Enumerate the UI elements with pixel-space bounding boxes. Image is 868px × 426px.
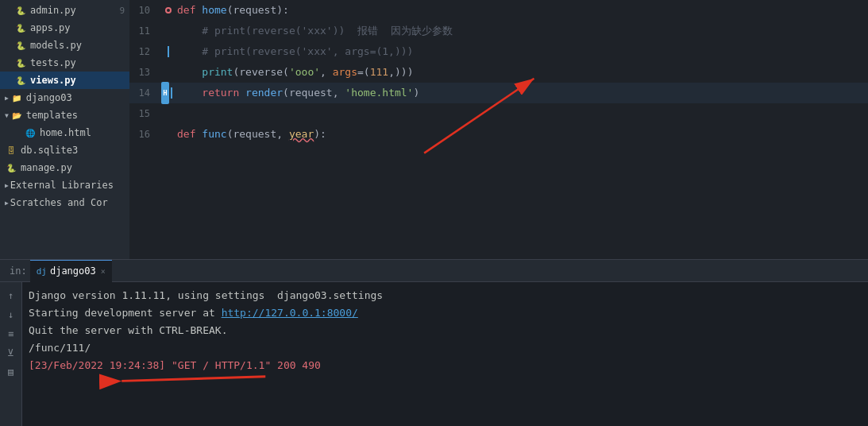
line-number-12: 12 xyxy=(129,41,160,62)
python-file-icon: 🐍 xyxy=(14,21,27,34)
sidebar-item-home-html[interactable]: 🌐 home.html xyxy=(0,124,129,141)
python-file-icon: 🐍 xyxy=(14,74,27,87)
sidebar-item-views-py[interactable]: 🐍 views.py xyxy=(0,72,129,89)
terminal-line-5: [23/Feb/2022 19:24:38] "GET / HTTP/1.1" … xyxy=(29,357,862,374)
gutter-14: H xyxy=(160,82,177,104)
folder-open-icon: 📂 xyxy=(10,109,23,122)
line-number-14: 14 xyxy=(129,83,160,103)
code-line-16: 16 def func(request, year): xyxy=(129,124,868,145)
line-number-15: 15 xyxy=(129,103,160,124)
sidebar-label-home-html: home.html xyxy=(40,127,91,138)
server-url-link[interactable]: http://127.0.0.1:8000/ xyxy=(222,307,358,319)
folder-icon: 📁 xyxy=(10,91,23,104)
terminal-content: Django version 1.11.11, using settings d… xyxy=(22,282,868,426)
sidebar-label-templates: templates xyxy=(26,110,78,121)
line-count: 9 xyxy=(119,6,125,16)
sidebar-item-models-py[interactable]: 🐍 models.py xyxy=(0,37,129,54)
terminal-line-4: /func/111/ xyxy=(29,339,862,357)
scroll-down-button[interactable]: ↓ xyxy=(4,308,18,322)
terminal-controls: ↑ ↓ ≡ ⊻ ▤ xyxy=(0,282,22,426)
scroll-up-button[interactable]: ↑ xyxy=(4,289,18,303)
sidebar-label-manage-py: manage.py xyxy=(21,162,72,173)
gutter-10 xyxy=(160,7,177,14)
code-line-10: 10 def home(request): xyxy=(129,0,868,21)
code-line-14: 14 H return render(request, 'home.html') xyxy=(129,83,868,103)
svg-line-3 xyxy=(122,377,265,381)
line-content-14[interactable]: return render(request, 'home.html') xyxy=(177,83,868,103)
sidebar-item-apps-py[interactable]: 🐍 apps.py xyxy=(0,19,129,37)
html-file-icon: 🌐 xyxy=(24,126,37,139)
sidebar-label-db-sqlite3: db.sqlite3 xyxy=(21,145,78,156)
terminal-tabs: in: dj django03 × xyxy=(0,260,868,282)
code-editor: 10 def home(request): 11 # print(reverse… xyxy=(129,0,868,259)
django-icon: dj xyxy=(37,266,47,277)
line-number-13: 13 xyxy=(129,62,160,83)
line-content-16[interactable]: def func(request, year): xyxy=(177,124,868,145)
terminal-tab-label: django03 xyxy=(50,265,96,277)
menu-button[interactable]: ≡ xyxy=(4,327,18,341)
sidebar-label-apps-py: apps.py xyxy=(30,22,71,33)
sidebar-item-tests-py[interactable]: 🐍 tests.py xyxy=(0,54,129,72)
code-line-12: 12 # print(reverse('xxx', args=(1,))) xyxy=(129,41,868,62)
line-content-15 xyxy=(177,103,868,124)
sidebar-label-external-libraries: External Libraries xyxy=(10,180,114,191)
collapse-arrow-icon: ▶ xyxy=(5,95,9,102)
collapse-arrow-icon: ▶ xyxy=(5,199,9,207)
tab-close-icon[interactable]: × xyxy=(101,267,106,276)
sidebar-label-scratches: Scratches and Cor xyxy=(10,197,108,208)
line-number-10: 10 xyxy=(129,0,160,21)
terminal-line-1: Django version 1.11.11, using settings d… xyxy=(29,287,862,304)
terminal-body: ↑ ↓ ≡ ⊻ ▤ Django version 1.11.11, using … xyxy=(0,282,868,426)
line-number-16: 16 xyxy=(129,124,160,145)
sidebar-label-views-py: views.py xyxy=(30,75,76,86)
sidebar-label-models-py: models.py xyxy=(30,40,82,51)
sidebar: 🐍 admin.py 9 🐍 apps.py 🐍 models.py 🐍 tes… xyxy=(0,0,129,259)
python-file-icon: 🐍 xyxy=(14,4,27,17)
sidebar-label-django03: django03 xyxy=(26,92,72,103)
sidebar-item-db-sqlite3[interactable]: 🗄 db.sqlite3 xyxy=(0,141,129,159)
sidebar-item-templates[interactable]: ▼ 📂 templates xyxy=(0,106,129,124)
layout-button[interactable]: ▤ xyxy=(4,365,18,379)
expand-arrow-icon: ▼ xyxy=(5,112,9,119)
code-line-13: 13 print(reverse('ooo', args=(111,))) xyxy=(129,62,868,83)
sidebar-item-manage-py[interactable]: 🐍 manage.py xyxy=(0,159,129,176)
collapse-arrow-icon: ▶ xyxy=(5,182,9,189)
terminal-line-2: Starting development server at http://12… xyxy=(29,304,862,322)
line-number-11: 11 xyxy=(129,21,160,41)
run-label: in: xyxy=(6,265,30,277)
terminal-area: in: dj django03 × ↑ ↓ ≡ ⊻ ▤ Django versi… xyxy=(0,259,868,426)
download-button[interactable]: ⊻ xyxy=(4,346,18,360)
python-file-icon: 🐍 xyxy=(5,161,17,174)
terminal-tab-django03[interactable]: dj django03 × xyxy=(30,260,112,282)
editor-area: 🐍 admin.py 9 🐍 apps.py 🐍 models.py 🐍 tes… xyxy=(0,0,868,259)
sidebar-item-admin-py[interactable]: 🐍 admin.py 9 xyxy=(0,2,129,19)
sidebar-item-scratches[interactable]: ▶ Scratches and Cor xyxy=(0,194,129,211)
gutter-12 xyxy=(160,46,177,57)
python-file-icon: 🐍 xyxy=(14,56,27,69)
line-content-11[interactable]: # print(reverse('xxx')) 报错 因为缺少参数 xyxy=(177,21,868,41)
sqlite-file-icon: 🗄 xyxy=(5,144,17,157)
func-path: /func/111/ xyxy=(29,339,91,357)
sidebar-label-tests-py: tests.py xyxy=(30,57,76,68)
line-content-12[interactable]: # print(reverse('xxx', args=(1,))) xyxy=(177,41,868,62)
code-line-11: 11 # print(reverse('xxx')) 报错 因为缺少参数 xyxy=(129,21,868,41)
sidebar-item-django03[interactable]: ▶ 📁 django03 xyxy=(0,89,129,106)
line-content-10[interactable]: def home(request): xyxy=(177,0,868,21)
terminal-line-3: Quit the server with CTRL-BREAK. xyxy=(29,322,862,339)
line-content-13[interactable]: print(reverse('ooo', args=(111,))) xyxy=(177,62,868,83)
sidebar-label-admin-py: admin.py xyxy=(30,5,76,16)
python-file-icon: 🐍 xyxy=(14,39,27,52)
code-line-15: 15 xyxy=(129,103,868,124)
code-lines: 10 def home(request): 11 # print(reverse… xyxy=(129,0,868,259)
sidebar-item-external-libraries[interactable]: ▶ External Libraries xyxy=(0,176,129,194)
